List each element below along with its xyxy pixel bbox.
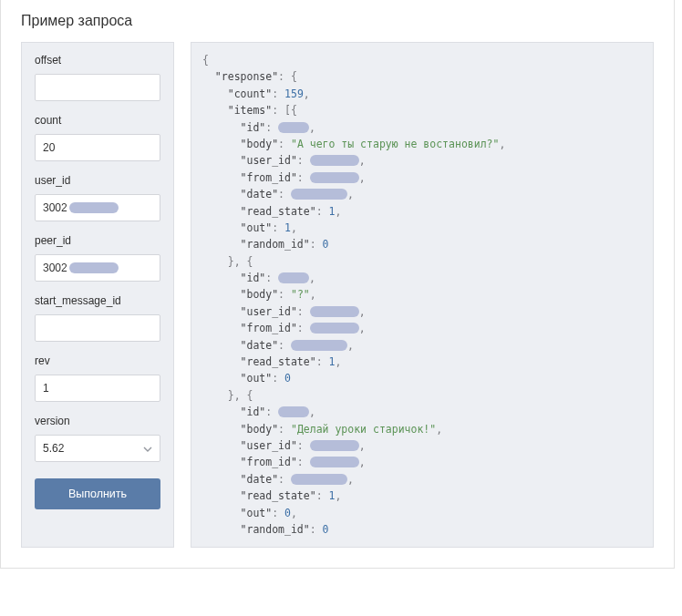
- params-sidebar: offset count user_id peer_id: [21, 42, 174, 548]
- run-button[interactable]: Выполнить: [35, 478, 160, 509]
- param-user-id: user_id: [35, 174, 160, 221]
- count-input[interactable]: [35, 134, 160, 161]
- redaction-mask: [69, 262, 119, 273]
- redaction-mask: [278, 122, 309, 133]
- version-value: 5.62: [43, 442, 64, 455]
- param-label: version: [35, 415, 160, 427]
- redaction-mask: [69, 202, 119, 213]
- param-label: rev: [35, 354, 160, 367]
- redaction-mask: [310, 457, 359, 467]
- param-count: count: [35, 114, 160, 161]
- param-label: peer_id: [35, 234, 160, 247]
- api-example-card: Пример запроса offset count user_id peer…: [0, 0, 675, 569]
- param-offset: offset: [35, 54, 160, 101]
- param-version: version 5.62: [35, 415, 160, 462]
- param-label: offset: [35, 54, 160, 67]
- redaction-mask: [291, 189, 347, 200]
- card-body: offset count user_id peer_id: [1, 42, 674, 568]
- param-peer-id: peer_id: [35, 234, 160, 282]
- offset-input[interactable]: [35, 74, 160, 101]
- redaction-mask: [310, 440, 359, 451]
- param-label: count: [35, 114, 160, 127]
- card-title: Пример запроса: [1, 0, 674, 42]
- redaction-mask: [310, 306, 359, 317]
- redaction-mask: [310, 172, 359, 183]
- response-panel: { "response": { "count": 159, "items": […: [191, 42, 654, 548]
- param-start-message-id: start_message_id: [35, 294, 160, 342]
- param-label: start_message_id: [35, 294, 160, 307]
- redaction-mask: [310, 155, 359, 166]
- redaction-mask: [291, 474, 347, 485]
- param-rev: rev: [35, 354, 160, 402]
- start-message-id-input[interactable]: [35, 314, 160, 342]
- version-select[interactable]: 5.62: [35, 435, 160, 462]
- chevron-down-icon: [143, 444, 152, 453]
- redaction-mask: [278, 406, 309, 417]
- rev-input[interactable]: [35, 375, 160, 402]
- param-label: user_id: [35, 174, 160, 187]
- redaction-mask: [310, 323, 359, 334]
- redaction-mask: [278, 272, 309, 283]
- redaction-mask: [291, 340, 347, 351]
